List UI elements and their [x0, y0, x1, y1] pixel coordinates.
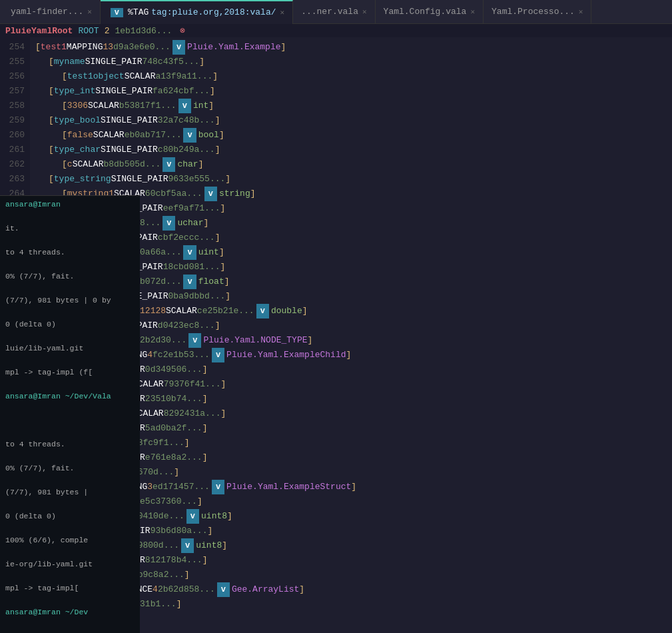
- code-line-257: [type_int SINGLE_PAIR fa624cbf...]: [35, 84, 667, 99]
- tab-url: tag:pluie.org,2018:vala/: [151, 7, 276, 17]
- code-line-258: [3306 SCALAR b53817f1... v int]: [35, 99, 667, 113]
- terminal-line: luie/lib-yaml.git: [5, 342, 135, 354]
- code-line-256: [test1object SCALAR a13f9a11...]: [35, 69, 667, 84]
- terminal-line: (7/7), 981 bytes | 0 by: [5, 295, 135, 307]
- close-icon[interactable]: ✕: [87, 7, 92, 16]
- tab-label: Yaml.Processo...: [492, 7, 575, 17]
- error-icon: ⊗: [180, 25, 185, 36]
- v-badge: v: [212, 480, 224, 494]
- terminal-line: 0% (7/7), fait.: [5, 462, 135, 474]
- v-badge: v: [181, 538, 194, 553]
- terminal-line: 0 (delta 0): [5, 318, 135, 330]
- code-line-260: [false SCALAR eb0ab717... v bool]: [35, 128, 667, 143]
- root-class: PluieYamlRoot: [5, 26, 73, 36]
- terminal-panel: ansara@Imran it. to 4 threads. 0% (7/7),…: [0, 195, 140, 633]
- code-line-254: [test1 MAPPING 13 d9a3e6e0... v Pluie.Ya…: [35, 40, 667, 55]
- v-badge: v: [178, 99, 191, 113]
- v-badge: v: [256, 304, 269, 318]
- terminal-line: to 4 threads.: [5, 247, 135, 259]
- tab-label: yaml-finder...: [11, 7, 83, 17]
- terminal-line: 100% (6/6), comple: [5, 534, 135, 546]
- terminal-line: mpl -> tag-impl[: [5, 582, 135, 594]
- v-badge: v: [183, 128, 196, 143]
- terminal-line: 0% (7/7), fait.: [5, 271, 135, 283]
- terminal-line: mpl -> tag-impl (f[: [5, 366, 135, 378]
- close-icon[interactable]: ✕: [362, 7, 367, 16]
- v-badge: v: [163, 216, 175, 231]
- tab-label: ...ner.vala: [301, 7, 358, 17]
- terminal-line: ansara@Imran: [5, 199, 135, 211]
- tab-tag[interactable]: v %TAG v tag:pluie.org,2018:vala/ ✕: [101, 0, 293, 24]
- tag-badge: v: [111, 8, 123, 17]
- v-badge: v: [183, 245, 196, 260]
- v-badge: v: [183, 275, 196, 289]
- terminal-line: it.: [5, 223, 135, 235]
- terminal-line: 0 (delta 0): [5, 510, 135, 522]
- terminal-line: ansara@Imran ~/Dev: [5, 606, 135, 618]
- main-content: 254 255 256 257 258 259 260 261 262 263 …: [0, 37, 672, 633]
- code-line-262: [c SCALAR b8db505d... v char]: [35, 157, 667, 172]
- code-line-255: [myname SINGLE_PAIR 748c43f5...]: [35, 55, 667, 69]
- close-icon[interactable]: ✕: [470, 7, 475, 16]
- code-line-259: [type_bool SINGLE_PAIR 32a7c48b...]: [35, 113, 667, 128]
- root-keyword: ROOT: [78, 26, 99, 36]
- close-icon[interactable]: ✕: [579, 7, 583, 16]
- close-icon[interactable]: ✕: [280, 8, 285, 17]
- terminal-line: ie-org/lib-yaml.git: [5, 558, 135, 570]
- v-badge: v: [163, 157, 175, 172]
- tab-bar: yaml-finder... ✕ v %TAG v tag:pluie.org,…: [0, 0, 672, 24]
- tab-yaml-processo[interactable]: Yaml.Processo... ✕: [484, 0, 591, 24]
- v-badge: v: [217, 582, 230, 597]
- root-hash: 1eb1d3d6...: [115, 26, 172, 36]
- title-bar: PluieYamlRoot ROOT 2 1eb1d3d6... ⊗: [0, 24, 672, 37]
- v-badge: v: [212, 348, 224, 362]
- terminal-line: [5, 414, 135, 426]
- tab-yaml-finder[interactable]: yaml-finder... ✕: [3, 0, 101, 24]
- root-number: 2: [105, 26, 110, 36]
- v-badge: v: [186, 509, 199, 524]
- code-line-261: [type_char SINGLE_PAIR c80b249a...]: [35, 143, 667, 157]
- tab-ner[interactable]: ...ner.vala ✕: [293, 0, 375, 24]
- v-badge: v: [204, 187, 217, 201]
- v-badge: v: [188, 333, 201, 348]
- tab-label: %TAG: [128, 7, 149, 17]
- v-badge: v: [172, 40, 185, 55]
- tab-label: Yaml.Config.vala: [384, 7, 467, 17]
- terminal-line: to 4 threads.: [5, 438, 135, 450]
- editor-container: yaml-finder... ✕ v %TAG v tag:pluie.org,…: [0, 0, 672, 633]
- code-line-263: [type_string SINGLE_PAIR 9633e555...]: [35, 172, 667, 187]
- terminal-line: ansara@Imran ~/Dev/Vala: [5, 390, 135, 402]
- terminal-line: (7/7), 981 bytes |: [5, 486, 135, 498]
- tab-yaml-config[interactable]: Yaml.Config.vala ✕: [376, 0, 484, 24]
